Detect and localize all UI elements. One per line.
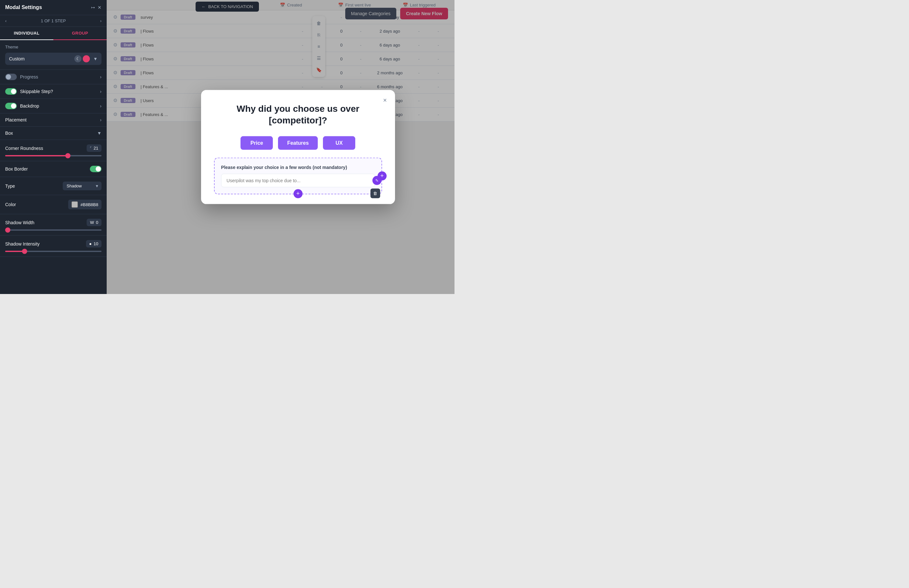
skippable-label: Skippable Step? [20,89,97,94]
type-section: Type Shadow Flat None ▼ [0,177,107,195]
color-label: Color [5,202,68,207]
box-border-section: Box Border [0,161,107,177]
backdrop-row: Backdrop › [0,99,107,113]
progress-arrow[interactable]: › [100,74,102,79]
backdrop-toggle[interactable] [5,103,17,109]
box-row[interactable]: Box ▼ [0,127,107,140]
plus-right-button[interactable]: + [378,171,387,180]
corner-roundness-label: Corner Roundness [5,146,87,151]
skippable-arrow[interactable]: › [100,89,102,94]
placement-label: Placement [5,117,100,123]
shadow-intensity-value-box: ● 10 [86,240,102,247]
close-icon[interactable]: ✕ [98,5,102,10]
plus-bottom-button[interactable]: + [294,189,302,198]
theme-moon-icon: ☾ [74,55,81,62]
tab-group[interactable]: GROUP [53,27,107,40]
shadow-width-value: 0 [96,220,98,225]
shadow-intensity-dot-icon: ● [89,241,92,246]
shadow-intensity-label: Shadow Intensity [5,241,86,247]
skippable-toggle[interactable] [5,88,17,95]
modal-text-input[interactable] [221,173,375,187]
main-content: 📅 Created 📅 First went live 📅 Last trigg… [107,0,454,294]
theme-selector[interactable]: Custom ☾ ▼ [5,53,102,65]
theme-label: Theme [5,45,102,49]
prev-step-arrow[interactable]: ‹ [5,18,6,23]
shadow-width-slider[interactable] [5,229,102,231]
corner-icon: ⌜ [90,146,92,150]
box-border-toggle[interactable] [90,166,102,172]
box-chevron-icon: ▼ [97,131,102,136]
option-price-button[interactable]: Price [241,136,273,150]
backdrop-arrow[interactable]: › [100,103,102,108]
modal-dashed-area: Please explain your choice in a few word… [214,157,382,194]
option-ux-button[interactable]: UX [323,136,355,150]
color-swatch [71,201,78,208]
corner-roundness-section: Corner Roundness ⌜ 21 [0,140,107,161]
dashed-area-label: Please explain your choice in a few word… [221,165,375,170]
box-label: Box [5,131,97,136]
corner-roundness-value: 21 [94,146,98,150]
theme-value: Custom [9,56,71,61]
sidebar-title: Modal Settings [5,5,42,10]
placement-arrow: › [100,117,102,123]
progress-label: Progress [20,74,97,79]
corner-roundness-value-box: ⌜ 21 [87,144,102,152]
color-hex-value: #B8B8B8 [81,202,98,207]
skippable-row: Skippable Step? › [0,84,107,99]
theme-pink-dot [83,55,90,62]
type-label: Type [5,184,63,189]
modal-options: Price Features UX [214,136,382,150]
shadow-width-section: Shadow Width W 0 [0,214,107,236]
pin-icon[interactable]: ↦ [91,5,95,10]
shadow-intensity-slider[interactable] [5,251,102,252]
theme-chevron-icon[interactable]: ▼ [93,56,98,61]
tab-row: INDIVIDUAL GROUP [0,27,107,40]
progress-toggle[interactable] [5,74,17,80]
corner-roundness-slider[interactable] [5,155,102,157]
shadow-intensity-value: 10 [94,241,98,246]
option-features-button[interactable]: Features [278,136,318,150]
color-picker[interactable]: #B8B8B8 [68,200,102,209]
placement-row[interactable]: Placement › [0,113,107,127]
shadow-width-w-label: W [90,220,94,225]
box-border-label: Box Border [5,166,90,171]
shadow-width-value-box: W 0 [87,219,102,226]
next-step-arrow[interactable]: › [100,18,102,23]
trash-corner-button[interactable]: 🗑 [370,188,380,198]
sidebar: Modal Settings ↦ ✕ ‹ 1 OF 1 STEP › INDIV… [0,0,107,294]
color-section: Color #B8B8B8 [0,195,107,214]
modal-title: Why did you choose us over [competitor]? [214,103,382,127]
backdrop-label: Backdrop [20,103,97,108]
shadow-intensity-section: Shadow Intensity ● 10 [0,236,107,257]
modal-close-button[interactable]: × [380,95,390,105]
progress-row: Progress › [0,70,107,84]
modal-dialog: × Why did you choose us over [competitor… [201,90,395,204]
step-nav-label: 1 OF 1 STEP [9,18,97,23]
shadow-width-label: Shadow Width [5,220,87,225]
tab-individual[interactable]: INDIVIDUAL [0,27,53,40]
type-select[interactable]: Shadow Flat None [63,182,102,190]
